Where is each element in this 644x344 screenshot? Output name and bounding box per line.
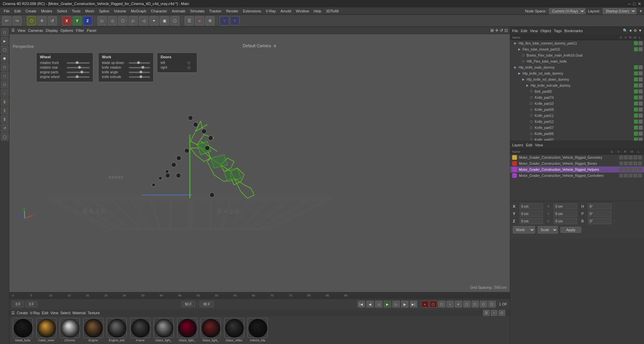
skip-end-button[interactable]: ▶|: [410, 301, 417, 307]
menu-item-tools[interactable]: Tools: [69, 8, 83, 14]
mat-menu-create[interactable]: Create: [17, 311, 28, 315]
scale-tool-button[interactable]: ↺: [48, 16, 57, 25]
coord-x-input[interactable]: [520, 203, 543, 209]
tree-item-16[interactable]: ⬡Knife_part02: [510, 137, 644, 141]
tree-item-dot-9[interactable]: [634, 95, 638, 99]
motion-path-button[interactable]: ○: [446, 301, 454, 307]
tree-item-12[interactable]: ⬡Knife_part11: [510, 113, 644, 119]
mat-icon-3[interactable]: ⬡: [498, 310, 505, 316]
material-item-8[interactable]: Glass_light_: [200, 318, 221, 342]
prev-key-button[interactable]: ◁: [375, 301, 382, 307]
mat-menu-texture[interactable]: Texture: [88, 311, 100, 315]
coord-p-input[interactable]: [588, 211, 611, 217]
material-item-9[interactable]: Glass_reflec: [223, 318, 245, 342]
coord-space-select[interactable]: World Object Camera: [513, 226, 535, 233]
layer-icon-M-2[interactable]: [633, 167, 637, 171]
layer-item-2[interactable]: Motor_Grader_Construction_Vehicle_Rigged…: [510, 166, 644, 173]
tree-item-dot-10[interactable]: [634, 101, 638, 106]
viewport-icon-2[interactable]: ✛: [495, 28, 498, 33]
layer-icon-R-2[interactable]: [629, 167, 633, 171]
left-tool-6[interactable]: □: [1, 72, 9, 80]
prev-frame-button[interactable]: ◀: [366, 301, 374, 307]
coord-z2-input[interactable]: [554, 218, 577, 224]
viewport-menu-icon[interactable]: ☰: [11, 28, 15, 32]
tree-item-14[interactable]: ⬡Knife_part07: [510, 125, 644, 131]
layout-expand-icon[interactable]: ▼: [639, 9, 643, 13]
obj-header-file[interactable]: File: [512, 29, 518, 33]
mat-menu-icon[interactable]: ☰: [11, 311, 15, 315]
layer-icon-L-3[interactable]: [638, 174, 642, 178]
timeline-extra-3[interactable]: ⬡: [480, 301, 487, 307]
tree-item-8[interactable]: ⬡Bolt_part00: [510, 88, 644, 94]
tree-item-dot-4[interactable]: [634, 65, 638, 69]
material-item-2[interactable]: Chrome: [59, 318, 80, 342]
obj-header-edit[interactable]: Edit: [521, 29, 527, 33]
poly-tool-1[interactable]: ▷: [97, 16, 107, 25]
material-item-10[interactable]: Interior_bla: [247, 318, 268, 342]
render-settings-button[interactable]: ⚙: [205, 16, 215, 25]
play-button[interactable]: ▶: [384, 301, 391, 307]
tree-item-11[interactable]: ⬡Knife_part09: [510, 107, 644, 113]
tree-item-13[interactable]: ⬡Knife_part12: [510, 119, 644, 125]
layer-icon-L-0[interactable]: [638, 155, 642, 159]
menu-item-window[interactable]: Window: [293, 8, 311, 14]
menu-item-file[interactable]: File: [1, 8, 12, 14]
tree-item-dot-5[interactable]: [634, 71, 638, 75]
left-tool-10[interactable]: $: [1, 107, 9, 115]
tree-item-dot-1[interactable]: [634, 47, 638, 51]
tree-item-dot-14[interactable]: [634, 126, 638, 130]
layer-icon-M-0[interactable]: [633, 155, 637, 159]
frame-current-right-input[interactable]: [181, 301, 195, 307]
mat-menu-edit[interactable]: Edit: [42, 311, 48, 315]
tree-item-dot2-16[interactable]: [639, 138, 643, 141]
maximize-button[interactable]: □: [633, 1, 636, 6]
viewport-menu-display[interactable]: Display: [46, 28, 58, 32]
obj-settings-icon[interactable]: ⚙: [634, 28, 637, 33]
mat-icon-1[interactable]: ☰: [483, 310, 490, 316]
menu-item-modes[interactable]: Modes: [39, 8, 55, 14]
redo-button[interactable]: ↪: [12, 16, 22, 25]
layer-icon-M-3[interactable]: [633, 174, 637, 178]
layer-icon-M-1[interactable]: [633, 161, 637, 165]
tree-item-dot2-1[interactable]: [639, 47, 643, 51]
mat-menu-view[interactable]: View: [50, 311, 58, 315]
menu-item-simulate[interactable]: Simulate: [188, 8, 207, 14]
mat-menu-material[interactable]: Material: [72, 311, 86, 315]
material-item-3[interactable]: Engine: [83, 318, 104, 342]
menu-item-mograph[interactable]: MoGraph: [128, 8, 149, 14]
coord-h-input[interactable]: [588, 203, 611, 209]
layer-item-1[interactable]: Motor_Grader_Construction_Vehicle_Rigged…: [510, 160, 644, 166]
tree-item-dot-12[interactable]: [634, 114, 638, 118]
y-axis-button[interactable]: Y: [72, 16, 82, 25]
coord-z-input[interactable]: [520, 218, 543, 224]
coord-mode-select[interactable]: Scale Move Rotate: [538, 226, 558, 233]
close-button[interactable]: ✕: [638, 1, 641, 6]
layer-icon-V-0[interactable]: [624, 155, 628, 159]
skip-start-button[interactable]: |◀: [358, 301, 365, 307]
layer-icon-V-3[interactable]: [624, 174, 628, 178]
tree-item-9[interactable]: ⬡Knife_part74: [510, 94, 644, 100]
obj-expand-icon[interactable]: ▼: [638, 28, 642, 33]
obj-search-icon[interactable]: 🔍: [623, 28, 628, 33]
z-axis-button[interactable]: Z: [83, 16, 92, 25]
left-tool-3[interactable]: ◯: [1, 46, 9, 54]
menu-item-help[interactable]: Help: [311, 8, 324, 14]
vray-icon-2[interactable]: V: [230, 16, 239, 25]
menu-item-select[interactable]: Select: [55, 8, 70, 14]
layout-select[interactable]: Startup (User): [603, 8, 636, 14]
coord-x2-input[interactable]: [554, 203, 577, 209]
material-item-1[interactable]: Cabin_exter: [36, 318, 57, 342]
menu-item-spline[interactable]: Spline: [97, 8, 112, 14]
next-frame-button[interactable]: ▶: [401, 301, 409, 307]
tree-item-1[interactable]: ▶Flex_tube_mount_part15: [510, 46, 644, 52]
poly-tool-8[interactable]: ⬡: [170, 16, 179, 25]
material-item-0[interactable]: Metal_bolts: [12, 318, 34, 342]
poly-tool-6[interactable]: ✦: [149, 16, 159, 25]
tree-item-5[interactable]: ▶Hlp_knife_rot_side_dummy: [510, 70, 644, 76]
viewport-icon-4[interactable]: ⊡: [504, 28, 508, 33]
timeline-extra-4[interactable]: ⬡: [488, 301, 496, 307]
viewport-icon-1[interactable]: ⊞: [490, 28, 494, 33]
viewport-icon-3[interactable]: ↺: [500, 28, 503, 33]
viewport-3d[interactable]: BASE BASE 모모모모모: [9, 34, 510, 292]
coord-y2-input[interactable]: [554, 211, 577, 217]
